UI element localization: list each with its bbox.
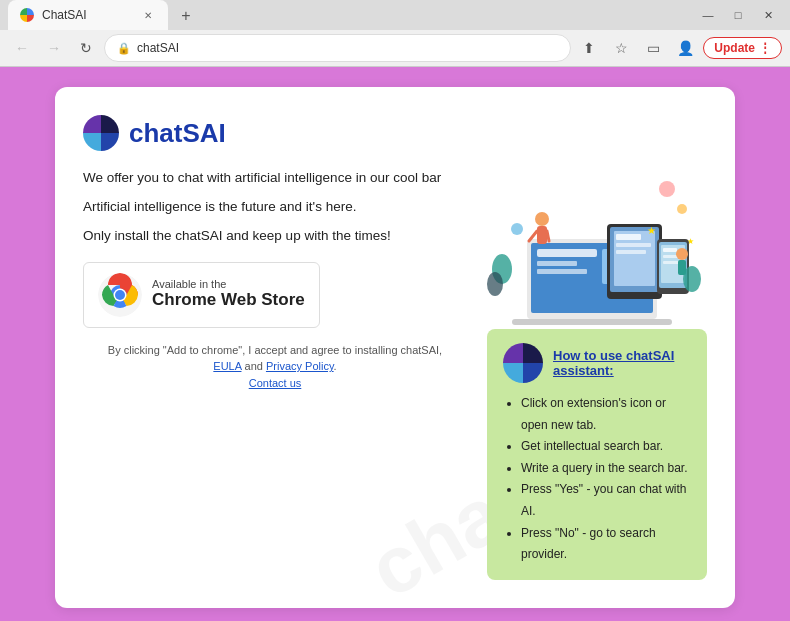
contact-link[interactable]: Contact us (249, 377, 302, 389)
title-bar: ChatSAI ✕ + — □ ✕ (0, 0, 790, 30)
refresh-button[interactable]: ↻ (72, 34, 100, 62)
card-header: chatSAI (83, 115, 707, 151)
list-item: Write a query in the search bar. (521, 458, 691, 480)
description-1: We offer you to chat with artificial int… (83, 169, 467, 188)
close-button[interactable]: ✕ (754, 1, 782, 29)
new-tab-button[interactable]: + (172, 2, 200, 30)
address-bar[interactable]: 🔒 chatSAI (104, 34, 571, 62)
svg-line-29 (547, 231, 549, 241)
legal-period: . (334, 360, 337, 372)
tab-title: ChatSAI (42, 8, 87, 22)
instructions-header: How to use chatSAI assistant: (503, 343, 691, 383)
left-column: We offer you to chat with artificial int… (83, 169, 467, 580)
svg-point-5 (677, 204, 687, 214)
svg-point-3 (115, 290, 125, 300)
svg-rect-18 (616, 243, 651, 247)
list-item: Press "Yes" - you can chat with AI. (521, 479, 691, 522)
svg-point-26 (535, 212, 549, 226)
svg-rect-25 (663, 261, 679, 264)
lock-icon: 🔒 (117, 42, 131, 55)
update-menu-icon: ⋮ (759, 41, 771, 55)
legal-line1: By clicking "Add to chrome", I accept an… (108, 344, 442, 356)
address-bar-area: ← → ↻ 🔒 chatSAI ⬆ ☆ ▭ 👤 Update ⋮ (0, 30, 790, 67)
description-2: Artificial intelligence is the future an… (83, 198, 467, 217)
legal-and: and (241, 360, 265, 372)
app-logo (83, 115, 119, 151)
svg-rect-23 (663, 248, 677, 252)
back-button[interactable]: ← (8, 34, 36, 62)
share-button[interactable]: ⬆ (575, 34, 603, 62)
url-text: chatSAI (137, 41, 558, 55)
chrome-logo-icon (98, 273, 142, 317)
profile-button[interactable]: 👤 (671, 34, 699, 62)
svg-rect-13 (512, 319, 672, 325)
eula-link[interactable]: EULA (213, 360, 241, 372)
svg-text:★: ★ (687, 237, 694, 246)
update-label: Update (714, 41, 755, 55)
svg-rect-17 (616, 234, 641, 240)
window-controls: — □ ✕ (694, 1, 782, 29)
legal-text: By clicking "Add to chrome", I accept an… (83, 342, 467, 392)
svg-rect-19 (616, 250, 646, 254)
instructions-title: How to use chatSAI assistant: (553, 348, 691, 378)
tab-close-button[interactable]: ✕ (140, 7, 156, 23)
instructions-panel: How to use chatSAI assistant: Click on e… (487, 329, 707, 580)
device-illustration: ★ ★ (487, 169, 707, 329)
browser-frame: ChatSAI ✕ + — □ ✕ ← → ↻ 🔒 chatSAI ⬆ ☆ ▭ … (0, 0, 790, 621)
svg-rect-10 (537, 261, 577, 266)
page-content: chatSAI chatSAI We offer you to chat wit… (0, 67, 790, 621)
cws-available-text: Available in the (152, 278, 305, 290)
tab-favicon (20, 8, 34, 22)
svg-point-6 (511, 223, 523, 235)
tab-bar: ChatSAI ✕ + (8, 0, 200, 30)
svg-point-33 (487, 272, 503, 296)
active-tab[interactable]: ChatSAI ✕ (8, 0, 168, 30)
devices-svg: ★ ★ (487, 169, 707, 329)
list-item: Get intellectual search bar. (521, 436, 691, 458)
maximize-button[interactable]: □ (724, 1, 752, 29)
cws-text: Available in the Chrome Web Store (152, 278, 305, 310)
inst-logo-icon (503, 343, 543, 383)
minimize-button[interactable]: — (694, 1, 722, 29)
svg-text:★: ★ (647, 225, 656, 236)
extensions-button[interactable]: ▭ (639, 34, 667, 62)
svg-point-4 (659, 181, 675, 197)
forward-button[interactable]: → (40, 34, 68, 62)
svg-point-34 (683, 266, 701, 292)
svg-rect-9 (537, 249, 597, 257)
svg-point-30 (676, 248, 688, 260)
list-item: Click on extension's icon or open new ta… (521, 393, 691, 436)
toolbar-actions: ⬆ ☆ ▭ 👤 Update ⋮ (575, 34, 782, 62)
bookmark-button[interactable]: ☆ (607, 34, 635, 62)
right-column: ★ ★ How to use chatSAI assistant: Click … (487, 169, 707, 580)
update-button[interactable]: Update ⋮ (703, 37, 782, 59)
cws-store-text: Chrome Web Store (152, 290, 305, 310)
description-3: Only install the chatSAI and keep up wit… (83, 227, 467, 246)
content-row: We offer you to chat with artificial int… (83, 169, 707, 580)
privacy-link[interactable]: Privacy Policy (266, 360, 334, 372)
main-card: chatSAI chatSAI We offer you to chat wit… (55, 87, 735, 608)
svg-rect-11 (537, 269, 587, 274)
list-item: Press "No" - go to search provider. (521, 523, 691, 566)
chrome-web-store-badge[interactable]: Available in the Chrome Web Store (83, 262, 320, 328)
svg-rect-27 (537, 226, 547, 244)
app-name: chatSAI (129, 118, 226, 149)
instructions-list: Click on extension's icon or open new ta… (503, 393, 691, 566)
